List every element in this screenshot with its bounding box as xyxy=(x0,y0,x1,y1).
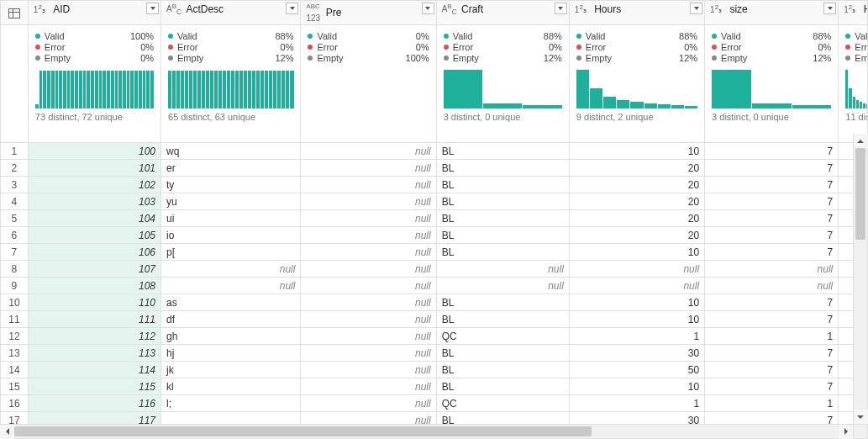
cell-hours[interactable]: 20 xyxy=(569,177,704,193)
column-filter-dropdown[interactable] xyxy=(690,3,702,14)
cell-craft[interactable]: BL xyxy=(436,210,569,227)
cell-aid[interactable]: 117 xyxy=(28,412,160,424)
row-number[interactable]: 16 xyxy=(1,395,29,412)
cell-actdesc[interactable]: io xyxy=(161,227,301,244)
cell-aid[interactable]: 103 xyxy=(28,193,160,210)
cell-pre[interactable]: null xyxy=(301,311,436,328)
value-histogram[interactable] xyxy=(576,68,697,108)
cell-craft[interactable]: BL xyxy=(436,362,569,378)
cell-actdesc[interactable]: er xyxy=(161,160,301,177)
table-row[interactable]: 4103yunullBL207 xyxy=(1,193,868,210)
cell-aid[interactable]: 106 xyxy=(28,244,160,261)
cell-hours[interactable]: 1 xyxy=(569,328,704,345)
table-row[interactable]: 1100wqnullBL107 xyxy=(1,143,868,160)
cell-aid[interactable]: 111 xyxy=(28,311,160,328)
scroll-right-arrow[interactable] xyxy=(839,425,853,439)
cell-size[interactable]: 7 xyxy=(705,362,839,378)
cell-pre[interactable]: null xyxy=(301,362,436,378)
table-row[interactable]: 11111dfnullBL107 xyxy=(1,311,868,328)
cell-size[interactable]: 7 xyxy=(705,143,839,160)
row-number[interactable]: 6 xyxy=(1,227,29,244)
cell-aid[interactable]: 114 xyxy=(28,362,160,378)
cell-craft[interactable]: QC xyxy=(436,328,569,345)
row-number[interactable]: 12 xyxy=(1,328,29,345)
cell-size[interactable]: 1 xyxy=(705,395,839,412)
cell-craft[interactable]: QC xyxy=(436,395,569,412)
value-histogram[interactable] xyxy=(35,68,154,108)
cell-actdesc[interactable]: null xyxy=(161,278,301,294)
cell-craft[interactable]: BL xyxy=(436,193,569,210)
cell-size[interactable]: 7 xyxy=(705,210,839,227)
row-number[interactable]: 14 xyxy=(1,362,29,378)
cell-actdesc[interactable]: jk xyxy=(161,362,301,378)
horizontal-scrollbar[interactable] xyxy=(0,424,853,438)
cell-size[interactable]: 7 xyxy=(705,160,839,177)
cell-aid[interactable]: 116 xyxy=(28,395,160,412)
cell-pre[interactable]: null xyxy=(301,278,436,294)
row-number[interactable]: 10 xyxy=(1,294,29,311)
cell-actdesc[interactable]: l; xyxy=(161,395,301,412)
table-select-all[interactable] xyxy=(1,1,29,25)
cell-size[interactable]: 1 xyxy=(705,328,839,345)
cell-aid[interactable]: 102 xyxy=(28,177,160,193)
cell-aid[interactable]: 108 xyxy=(28,278,160,294)
cell-craft[interactable]: null xyxy=(436,261,569,278)
row-number[interactable]: 17 xyxy=(1,412,29,424)
table-row[interactable]: 2101ernullBL207 xyxy=(1,160,868,177)
cell-craft[interactable]: BL xyxy=(436,227,569,244)
cell-craft[interactable]: BL xyxy=(436,294,569,311)
row-number[interactable]: 9 xyxy=(1,278,29,294)
column-filter-dropdown[interactable] xyxy=(555,3,567,14)
cell-craft[interactable]: BL xyxy=(436,412,569,424)
cell-hours[interactable]: 10 xyxy=(569,378,704,395)
row-number[interactable]: 15 xyxy=(1,378,29,395)
cell-hours[interactable]: 10 xyxy=(569,294,704,311)
cell-size[interactable]: 7 xyxy=(705,227,839,244)
column-header-craft[interactable]: ABC Craft xyxy=(436,1,569,25)
row-number[interactable]: 3 xyxy=(1,177,29,193)
table-row[interactable]: 15115klnullBL107 xyxy=(1,378,868,395)
column-header-size[interactable]: 12₃ size xyxy=(705,1,839,25)
row-number[interactable]: 13 xyxy=(1,345,29,362)
cell-actdesc[interactable]: kl xyxy=(161,378,301,395)
column-header-pre[interactable]: ABC123 Pre xyxy=(301,1,436,25)
row-number[interactable]: 1 xyxy=(1,143,29,160)
cell-craft[interactable]: BL xyxy=(436,177,569,193)
cell-pre[interactable]: null xyxy=(301,143,436,160)
cell-craft[interactable]: BL xyxy=(436,378,569,395)
cell-craft[interactable]: BL xyxy=(436,244,569,261)
cell-size[interactable]: 7 xyxy=(705,177,839,193)
cell-size[interactable]: 7 xyxy=(705,244,839,261)
cell-aid[interactable]: 100 xyxy=(28,143,160,160)
scroll-left-arrow[interactable] xyxy=(0,425,14,439)
cell-hours[interactable]: 50 xyxy=(569,362,704,378)
datatype-icon[interactable]: 12₃ xyxy=(34,3,50,14)
cell-actdesc[interactable]: ui xyxy=(161,210,301,227)
table-row[interactable]: 3102tynullBL207 xyxy=(1,177,868,193)
table-row[interactable]: 7106p[nullBL107 xyxy=(1,244,868,261)
cell-size[interactable]: null xyxy=(705,261,839,278)
vscroll-track[interactable] xyxy=(854,148,867,410)
cell-aid[interactable]: 113 xyxy=(28,345,160,362)
cell-craft[interactable]: BL xyxy=(436,345,569,362)
cell-actdesc[interactable]: ty xyxy=(161,177,301,193)
table-row[interactable]: 5104uinullBL207 xyxy=(1,210,868,227)
cell-size[interactable]: 7 xyxy=(705,378,839,395)
cell-hours[interactable]: 10 xyxy=(569,143,704,160)
row-number[interactable]: 4 xyxy=(1,193,29,210)
cell-aid[interactable]: 110 xyxy=(28,294,160,311)
value-histogram[interactable] xyxy=(712,68,831,108)
cell-size[interactable]: 7 xyxy=(705,193,839,210)
column-header-hours[interactable]: 12₃ Hours xyxy=(569,1,704,25)
cell-actdesc[interactable]: as xyxy=(161,294,301,311)
cell-actdesc[interactable]: null xyxy=(161,261,301,278)
cell-pre[interactable]: null xyxy=(301,345,436,362)
cell-actdesc[interactable]: wq xyxy=(161,143,301,160)
datatype-icon[interactable]: 12₃ xyxy=(844,3,860,14)
cell-hours[interactable]: null xyxy=(569,278,704,294)
cell-hours[interactable]: 10 xyxy=(569,244,704,261)
column-filter-dropdown[interactable] xyxy=(286,3,298,14)
cell-pre[interactable]: null xyxy=(301,244,436,261)
value-histogram[interactable] xyxy=(845,68,867,108)
row-number[interactable]: 2 xyxy=(1,160,29,177)
